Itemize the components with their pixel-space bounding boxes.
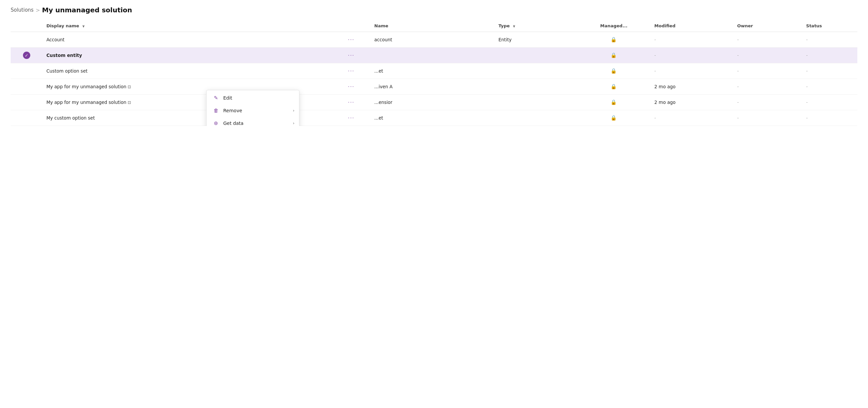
row-type: Entity xyxy=(494,32,577,48)
submenu-chevron-icon: › xyxy=(293,121,294,125)
row-display-name: Account xyxy=(42,32,332,48)
row-type xyxy=(494,63,577,79)
table-row[interactable]: Account···accountEntity🔒--- xyxy=(11,32,857,48)
col-display-header[interactable]: Display name ∨ xyxy=(42,20,332,32)
row-display-name: Custom entity xyxy=(42,48,332,63)
row-type xyxy=(494,110,577,126)
row-more-options[interactable]: ··· xyxy=(332,63,370,79)
external-link-icon: ⊡ xyxy=(128,85,131,89)
row-status: - xyxy=(802,48,857,63)
row-more-options[interactable]: ··· xyxy=(332,110,370,126)
row-check-cell[interactable] xyxy=(11,110,42,126)
lock-icon: 🔒 xyxy=(611,52,617,58)
menu-item-label-remove: Remove xyxy=(223,108,242,113)
row-status: - xyxy=(802,32,857,48)
table-row[interactable]: Custom option set···...et🔒--- xyxy=(11,63,857,79)
table-row[interactable]: ✓Custom entity···🔒--- xyxy=(11,48,857,63)
row-owner: - xyxy=(733,79,802,95)
type-sort-icon: ∨ xyxy=(513,24,516,28)
more-options-button[interactable]: ··· xyxy=(346,36,356,43)
lock-icon: 🔒 xyxy=(611,115,617,121)
breadcrumb: Solutions > My unmanaged solution xyxy=(0,0,868,17)
row-check-cell[interactable] xyxy=(11,63,42,79)
menu-item-edit[interactable]: ✎Edit xyxy=(207,92,299,104)
row-status: - xyxy=(802,110,857,126)
row-check-cell[interactable] xyxy=(11,95,42,110)
row-modified: - xyxy=(650,32,733,48)
table-row[interactable]: My app for my unmanaged solution⊡···...i… xyxy=(11,79,857,95)
submenu-chevron-icon: › xyxy=(293,108,294,113)
external-link-icon: ⊡ xyxy=(128,100,131,105)
row-display-name: Custom option set xyxy=(42,63,332,79)
menu-item-label-get-data: Get data xyxy=(223,121,244,126)
more-options-button[interactable]: ··· xyxy=(346,52,356,59)
col-check-header xyxy=(11,20,42,32)
row-owner: - xyxy=(733,63,802,79)
col-managed-header: Managed... xyxy=(577,20,650,32)
col-type-header[interactable]: Type ∨ xyxy=(494,20,577,32)
solutions-table: Display name ∨ Name Type ∨ Managed... Mo… xyxy=(11,20,857,126)
trash-icon: 🗑 xyxy=(213,108,219,114)
row-modified: 2 mo ago xyxy=(650,79,733,95)
table-row[interactable]: My app for my unmanaged solution⊡···...e… xyxy=(11,95,857,110)
col-dots-header xyxy=(332,20,370,32)
row-managed: 🔒 xyxy=(577,63,650,79)
row-check-cell[interactable]: ✓ xyxy=(11,48,42,63)
row-modified: 2 mo ago xyxy=(650,95,733,110)
col-owner-header: Owner xyxy=(733,20,802,32)
more-options-button[interactable]: ··· xyxy=(346,67,356,75)
row-type xyxy=(494,79,577,95)
table-body: Account···accountEntity🔒---✓Custom entit… xyxy=(11,32,857,126)
row-modified: - xyxy=(650,48,733,63)
more-options-button[interactable]: ··· xyxy=(346,98,356,106)
row-type xyxy=(494,48,577,63)
more-options-button[interactable]: ··· xyxy=(346,83,356,90)
menu-item-remove[interactable]: 🗑Remove› xyxy=(207,104,299,117)
row-managed: 🔒 xyxy=(577,110,650,126)
row-more-options[interactable]: ··· xyxy=(332,32,370,48)
row-type xyxy=(494,95,577,110)
row-status: - xyxy=(802,79,857,95)
table-row[interactable]: My custom option set···...et🔒--- xyxy=(11,110,857,126)
breadcrumb-separator: > xyxy=(36,7,40,13)
lock-icon: 🔒 xyxy=(611,37,617,42)
col-status-header: Status xyxy=(802,20,857,32)
row-more-options[interactable]: ··· xyxy=(332,79,370,95)
row-modified: - xyxy=(650,110,733,126)
row-name: ...iven A xyxy=(370,79,494,95)
pencil-icon: ✎ xyxy=(213,95,219,101)
row-name: ...ensior xyxy=(370,95,494,110)
lock-icon: 🔒 xyxy=(611,99,617,105)
lock-icon: 🔒 xyxy=(611,84,617,90)
row-owner: - xyxy=(733,48,802,63)
display-sort-icon: ∨ xyxy=(82,24,85,28)
row-check-cell[interactable] xyxy=(11,79,42,95)
table-container: Display name ∨ Name Type ∨ Managed... Mo… xyxy=(0,17,868,126)
row-managed: 🔒 xyxy=(577,95,650,110)
database-icon: ⊛ xyxy=(213,120,219,126)
context-menu: ✎Edit🗑Remove›⊛Get data›⇥Export data▦Open… xyxy=(206,90,300,126)
more-options-button[interactable]: ··· xyxy=(346,114,356,122)
row-modified: - xyxy=(650,63,733,79)
menu-item-get-data[interactable]: ⊛Get data› xyxy=(207,117,299,126)
row-status: - xyxy=(802,95,857,110)
row-managed: 🔒 xyxy=(577,48,650,63)
breadcrumb-parent[interactable]: Solutions xyxy=(11,7,34,13)
row-more-options[interactable]: ··· xyxy=(332,95,370,110)
row-name xyxy=(370,48,494,63)
lock-icon: 🔒 xyxy=(611,68,617,74)
table-header-row: Display name ∨ Name Type ∨ Managed... Mo… xyxy=(11,20,857,32)
row-status: - xyxy=(802,63,857,79)
row-more-options[interactable]: ··· xyxy=(332,48,370,63)
row-managed: 🔒 xyxy=(577,79,650,95)
col-modified-header: Modified xyxy=(650,20,733,32)
selected-check-icon: ✓ xyxy=(23,52,30,59)
row-owner: - xyxy=(733,110,802,126)
row-check-cell[interactable] xyxy=(11,32,42,48)
row-name: ...et xyxy=(370,63,494,79)
row-owner: - xyxy=(733,95,802,110)
menu-item-label-edit: Edit xyxy=(223,95,232,100)
row-managed: 🔒 xyxy=(577,32,650,48)
col-name-header: Name xyxy=(370,20,494,32)
breadcrumb-current: My unmanaged solution xyxy=(42,6,132,14)
